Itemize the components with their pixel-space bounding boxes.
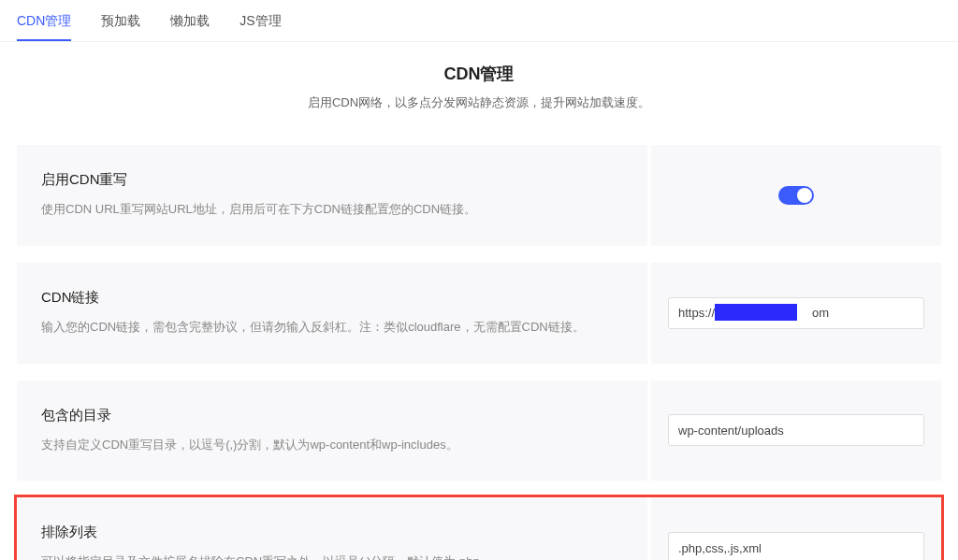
toggle-knob	[797, 188, 812, 203]
tab-js[interactable]: JS管理	[240, 13, 281, 41]
row-cdn-link: CDN链接 输入您的CDN链接，需包含完整协议，但请勿输入反斜杠。注：类似clo…	[17, 263, 941, 364]
cdn-rewrite-toggle[interactable]	[778, 186, 814, 205]
row-left: 排除列表 可以将指定目录及文件扩展名排除在CDN重写之外，以逗号(,)分隔。默认…	[17, 497, 647, 560]
row-right	[651, 497, 941, 560]
include-dirs-desc: 支持自定义CDN重写目录，以逗号(,)分割，默认为wp-content和wp-i…	[41, 436, 623, 455]
cdn-link-desc: 输入您的CDN链接，需包含完整协议，但请勿输入反斜杠。注：类似cloudflar…	[41, 318, 623, 337]
cdn-link-title: CDN链接	[41, 289, 623, 307]
row-right	[651, 381, 941, 481]
cdn-rewrite-desc: 使用CDN URL重写网站URL地址，启用后可在下方CDN链接配置您的CDN链接…	[41, 200, 623, 220]
redacted-block	[715, 304, 797, 321]
exclude-list-input[interactable]	[668, 532, 924, 560]
row-right	[651, 145, 941, 246]
page-header: CDN管理 启用CDN网络，以多点分发网站静态资源，提升网站加载速度。	[0, 42, 958, 119]
row-left: 包含的目录 支持自定义CDN重写目录，以逗号(,)分割，默认为wp-conten…	[17, 381, 647, 481]
tab-preload[interactable]: 预加载	[101, 13, 140, 41]
row-include-dirs: 包含的目录 支持自定义CDN重写目录，以逗号(,)分割，默认为wp-conten…	[17, 381, 941, 481]
exclude-list-title: 排除列表	[41, 524, 623, 541]
tab-lazyload[interactable]: 懒加载	[170, 13, 210, 41]
page-title: CDN管理	[0, 63, 958, 85]
exclude-list-desc: 可以将指定目录及文件扩展名排除在CDN重写之外，以逗号(,)分隔。默认值为.ph…	[41, 553, 623, 560]
row-exclude-list: 排除列表 可以将指定目录及文件扩展名排除在CDN重写之外，以逗号(,)分隔。默认…	[17, 497, 941, 560]
include-dirs-input[interactable]	[668, 414, 924, 446]
include-dirs-title: 包含的目录	[41, 407, 623, 424]
row-left: CDN链接 输入您的CDN链接，需包含完整协议，但请勿输入反斜杠。注：类似clo…	[17, 263, 647, 364]
row-right	[651, 263, 941, 364]
cdn-rewrite-title: 启用CDN重写	[41, 171, 623, 189]
row-cdn-rewrite: 启用CDN重写 使用CDN URL重写网站URL地址，启用后可在下方CDN链接配…	[17, 145, 941, 246]
row-left: 启用CDN重写 使用CDN URL重写网站URL地址，启用后可在下方CDN链接配…	[17, 145, 647, 246]
tab-cdn[interactable]: CDN管理	[17, 13, 71, 41]
page-desc: 启用CDN网络，以多点分发网站静态资源，提升网站加载速度。	[0, 94, 958, 111]
tab-bar: CDN管理 预加载 懒加载 JS管理	[0, 0, 958, 42]
cdn-link-input-wrap	[668, 297, 924, 329]
